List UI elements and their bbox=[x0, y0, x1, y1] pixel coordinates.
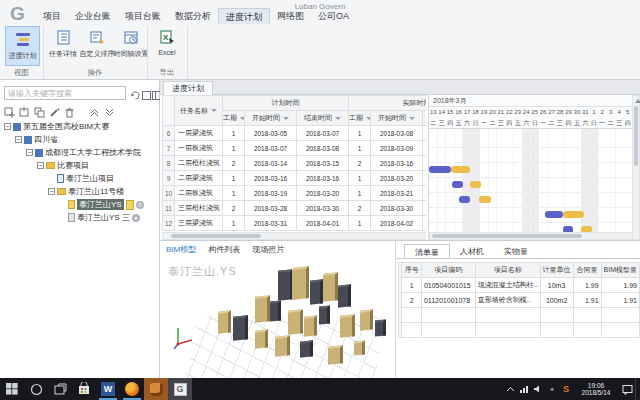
browser-icon[interactable] bbox=[120, 378, 144, 400]
timeline-settings-button[interactable]: 时间轴设置 bbox=[115, 26, 147, 66]
bim-element[interactable] bbox=[323, 272, 338, 302]
bim-tab-1[interactable]: 构件列表 bbox=[208, 244, 240, 257]
bim-element[interactable] bbox=[233, 315, 248, 341]
task-row-11[interactable]: 11三层框柱浇筑22018-03-282018-03-3022018-03-30 bbox=[163, 201, 427, 216]
tree-item-3[interactable]: −比赛项目 bbox=[0, 159, 159, 172]
bim-element[interactable] bbox=[255, 329, 268, 348]
task-row-6[interactable]: 6一层梁浇筑12018-03-052018-03-0712018-03-08 bbox=[163, 126, 427, 141]
add-level-icon[interactable] bbox=[4, 104, 15, 115]
bim-element[interactable] bbox=[292, 266, 309, 300]
luban-govern-taskbar-icon[interactable]: G bbox=[168, 378, 192, 400]
tray-chevron-icon[interactable] bbox=[503, 378, 517, 400]
task-row-8[interactable]: 8二层框柱浇筑22018-03-142018-03-1522018-03-16 bbox=[163, 156, 427, 171]
filter-arrow-icon[interactable] bbox=[366, 117, 371, 120]
ribbon-tab-2[interactable]: 项目台账 bbox=[118, 8, 168, 24]
tree-item-6[interactable]: 泰汀兰山YS↺ bbox=[0, 198, 159, 211]
sub-header-0[interactable]: 工期 bbox=[223, 111, 245, 126]
ribbon-tab-1[interactable]: 企业台账 bbox=[68, 8, 118, 24]
export-excel-button[interactable]: X Excel bbox=[152, 26, 182, 66]
tab-progress-plan[interactable]: 进度计划 bbox=[163, 81, 213, 96]
taskbar-clock[interactable]: 19:06 2018/5/14 bbox=[573, 382, 619, 397]
copy-node-icon[interactable] bbox=[34, 104, 45, 115]
status-circle-icon[interactable]: ● bbox=[132, 214, 140, 222]
gantt-bar-plan[interactable] bbox=[459, 196, 471, 203]
task-detail-button[interactable]: 任务详情 bbox=[47, 26, 79, 66]
filter-arrow-icon[interactable] bbox=[335, 117, 341, 120]
bim-element[interactable] bbox=[338, 284, 351, 307]
edit-node-icon[interactable] bbox=[49, 104, 60, 115]
s-app-tray-icon[interactable]: S bbox=[559, 378, 573, 400]
quantities-tab-1[interactable]: 人材机 bbox=[450, 244, 494, 259]
bim-element[interactable] bbox=[340, 314, 355, 338]
gantt-bar-actual[interactable] bbox=[451, 166, 470, 173]
filter-arrow-icon[interactable] bbox=[409, 117, 415, 120]
tree-item-5[interactable]: −泰汀兰山11号楼 bbox=[0, 185, 159, 198]
bim-element[interactable] bbox=[288, 309, 303, 335]
collapse-all-icon[interactable] bbox=[104, 104, 115, 115]
gantt-bar-plan[interactable] bbox=[429, 166, 451, 173]
bim-tab-0[interactable]: BIM模型 bbox=[166, 244, 196, 257]
custom-sort-button[interactable]: 自定义排序 bbox=[80, 26, 114, 66]
gantt-bar-plan[interactable] bbox=[452, 181, 463, 188]
filter-arrow-icon[interactable] bbox=[240, 117, 245, 120]
tree-item-2[interactable]: −成都理工大学工程技术学院 bbox=[0, 146, 159, 159]
ime-icon[interactable]: + bbox=[545, 378, 559, 400]
ribbon-tab-0[interactable]: 项目 bbox=[36, 8, 68, 24]
tree-search-input[interactable] bbox=[4, 86, 126, 100]
task-row-9[interactable]: 9二层梁浇筑12018-03-162018-03-1612018-03-20 bbox=[163, 171, 427, 186]
volume-icon[interactable] bbox=[531, 378, 545, 400]
gantt-bar-actual[interactable] bbox=[563, 211, 584, 218]
sync-status-icon[interactable]: ↺ bbox=[136, 201, 144, 209]
delete-node-icon[interactable] bbox=[64, 104, 75, 115]
task-name-header[interactable]: 任务名称 bbox=[175, 96, 223, 126]
active-app-icon[interactable] bbox=[144, 378, 168, 400]
ribbon-tab-6[interactable]: 公司OA bbox=[311, 8, 356, 24]
progress-plan-button[interactable]: 进度计划 bbox=[5, 26, 40, 66]
quantities-row-2[interactable]: 2011201001078直形墙砼含制模..100m21.911.91 bbox=[399, 293, 640, 308]
filter-arrow-icon[interactable] bbox=[211, 109, 217, 112]
bim-element[interactable] bbox=[275, 335, 290, 357]
bim-element[interactable] bbox=[328, 345, 343, 365]
bim-element[interactable] bbox=[218, 310, 231, 333]
notification-center-icon[interactable] bbox=[619, 378, 635, 400]
ribbon-tab-5[interactable]: 网络图 bbox=[270, 8, 311, 24]
gantt-bar-actual[interactable] bbox=[470, 181, 481, 188]
tree-expander-icon[interactable]: − bbox=[26, 149, 33, 156]
quantities-tab-0[interactable]: 清单量 bbox=[404, 244, 450, 259]
tree-expander-icon[interactable]: − bbox=[48, 188, 55, 195]
sub-header-4[interactable]: 开始时间 bbox=[371, 111, 423, 126]
tree-expander-icon[interactable]: − bbox=[15, 136, 22, 143]
gantt-bar-actual[interactable] bbox=[479, 196, 491, 203]
task-row-10[interactable]: 10二层板浇筑12018-03-192018-03-2012018-03-21 bbox=[163, 186, 427, 201]
add-node-icon[interactable] bbox=[19, 104, 30, 115]
start-button[interactable] bbox=[0, 378, 24, 400]
bim-element[interactable] bbox=[319, 305, 330, 324]
tree-item-1[interactable]: −四川省 bbox=[0, 133, 159, 146]
gantt-vscrollbar[interactable] bbox=[632, 95, 640, 240]
task-view-button[interactable] bbox=[48, 378, 72, 400]
bim-element[interactable] bbox=[278, 269, 293, 301]
store-icon[interactable] bbox=[72, 378, 96, 400]
filter-arrow-icon[interactable] bbox=[283, 117, 289, 120]
tree-item-7[interactable]: 泰汀兰山YS 三● bbox=[0, 211, 159, 224]
bim-element[interactable] bbox=[300, 340, 313, 357]
task-table-hscrollbar[interactable] bbox=[162, 232, 426, 240]
show-desktop-strip[interactable] bbox=[635, 378, 640, 400]
bim-element[interactable] bbox=[360, 309, 373, 330]
sub-header-1[interactable]: 开始时间 bbox=[245, 111, 297, 126]
network-icon[interactable] bbox=[517, 378, 531, 400]
cortana-button[interactable] bbox=[24, 378, 48, 400]
bim-element[interactable] bbox=[310, 279, 323, 304]
bim-tab-2[interactable]: 现场照片 bbox=[252, 244, 284, 257]
ribbon-tab-4[interactable]: 进度计划 bbox=[218, 8, 270, 24]
quantities-row-1[interactable]: 1010504001015现浇混凝土结构柱..10m31.991.99 bbox=[399, 278, 640, 293]
quantities-tab-2[interactable]: 实物量 bbox=[494, 244, 538, 259]
bim-element[interactable] bbox=[375, 319, 386, 336]
tree-expander-icon[interactable]: − bbox=[4, 123, 11, 130]
tree-expander-icon[interactable]: − bbox=[37, 162, 44, 169]
tree-item-0[interactable]: −第五届全国高校BIM大赛 bbox=[0, 120, 159, 133]
bim-3d-view[interactable]: 泰汀兰山.YS bbox=[160, 258, 395, 378]
bim-element[interactable] bbox=[255, 295, 270, 323]
expand-all-icon[interactable] bbox=[89, 104, 100, 115]
bim-element[interactable] bbox=[304, 315, 317, 336]
